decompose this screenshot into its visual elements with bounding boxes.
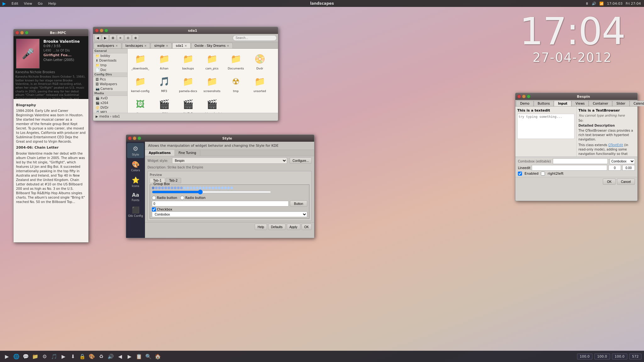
- taskbar-icon-sound[interactable]: 🔊: [106, 352, 115, 361]
- taskbar-icon-home[interactable]: 🏠: [153, 352, 162, 361]
- ok-button[interactable]: OK: [302, 224, 312, 230]
- fm-file-screenshots[interactable]: 📁 screenshots: [201, 73, 223, 94]
- bespin-cancel-button[interactable]: Cancel: [617, 178, 635, 185]
- taskbar-icon-settings[interactable]: ⚙: [40, 352, 49, 361]
- fm-tab-close-simple[interactable]: ✕: [166, 44, 168, 47]
- bespin-minimize-button[interactable]: [522, 95, 526, 98]
- fm-view-list-btn[interactable]: ≡: [117, 35, 124, 41]
- taskbar-icon-download[interactable]: ⬇: [69, 352, 77, 361]
- preview-lineinput[interactable]: [152, 201, 289, 206]
- fm-file-tmp[interactable]: ☢ tmp: [225, 73, 247, 94]
- fm-tab-wallpapers[interactable]: wallpapers ✕: [94, 43, 121, 48]
- widget-style-select[interactable]: Bespin: [172, 157, 287, 164]
- preview-button[interactable]: Button: [290, 200, 307, 207]
- fm-file-downloads[interactable]: 📁 _downloads_: [129, 50, 152, 71]
- radio2-input[interactable]: [180, 196, 184, 200]
- fm-tab-sda1[interactable]: sda1 ✕: [172, 43, 191, 48]
- minimize-button[interactable]: [20, 31, 24, 35]
- bespin-tab-demo[interactable]: Demo: [516, 101, 534, 106]
- fm-search-input[interactable]: [233, 35, 277, 41]
- style-sidebar-icons[interactable]: ⭐ Icons: [127, 174, 144, 189]
- fm-sidebar-bobby[interactable]: 📁 bobby: [93, 53, 127, 58]
- fm-file-x264[interactable]: 🎬 x264: [153, 95, 175, 113]
- fm-file-dvdr[interactable]: 📀 Dvdr: [248, 50, 271, 71]
- combo-editable-select[interactable]: Combobox: [610, 158, 635, 164]
- style-maximize-button[interactable]: [137, 136, 141, 140]
- fm-tab-close-oxide[interactable]: ✕: [227, 44, 229, 47]
- fm-file-campics[interactable]: 📁 cam_pics: [201, 50, 223, 71]
- style-sidebar-gtk[interactable]: ⬛ Gtk Config: [127, 204, 144, 219]
- fm-view-icon-btn[interactable]: ⊞: [109, 35, 116, 41]
- taskbar-icon-next[interactable]: ▶: [125, 352, 134, 361]
- media-play-icon[interactable]: ⏸: [585, 2, 589, 6]
- fm-sidebar-mp3[interactable]: 🎵 MP3: [93, 110, 127, 113]
- fm-sidebar-downloads[interactable]: ⬇ Downloads: [93, 58, 127, 63]
- defaults-button[interactable]: Defaults: [268, 224, 286, 230]
- fm-minimize-button[interactable]: [100, 29, 103, 32]
- combo-editable-input[interactable]: [553, 158, 608, 164]
- style-close-button[interactable]: [128, 136, 132, 140]
- fm-maximize-button[interactable]: [104, 29, 108, 32]
- preview-checkbox[interactable]: [152, 207, 156, 211]
- fm-file-4chan[interactable]: 📁 4chan: [153, 50, 175, 71]
- fm-sidebar-tmp[interactable]: 📁 tmp: [93, 63, 127, 68]
- help-button[interactable]: Help: [255, 224, 267, 230]
- close-button[interactable]: [15, 31, 19, 35]
- fm-forward-button[interactable]: ▶: [102, 35, 109, 41]
- fm-file-xvidworkprint[interactable]: 🎬 xvid-workprint: [201, 95, 223, 113]
- bespin-tab-views[interactable]: Views: [571, 101, 589, 106]
- bespin-tab-input[interactable]: Input: [554, 101, 571, 106]
- taskbar-icon-lock[interactable]: 🔒: [78, 352, 87, 361]
- taskbar-icon-clipboard[interactable]: 📋: [135, 352, 143, 361]
- fm-sidebar-dvdr[interactable]: 📀 DVDr: [93, 105, 127, 110]
- maximize-button[interactable]: [25, 31, 29, 35]
- style-tab-applications[interactable]: Applications: [145, 150, 175, 156]
- menu-item-view[interactable]: View: [21, 1, 35, 6]
- fm-file-wallpapers[interactable]: 🖼 wallpapers: [129, 95, 152, 113]
- taskbar-icon-launcher[interactable]: ▶: [3, 352, 11, 361]
- bespin-ok-button[interactable]: OK: [603, 178, 615, 185]
- fm-file-documents[interactable]: 📁 Documents: [225, 50, 247, 71]
- app-logo-icon[interactable]: ▶: [3, 1, 6, 6]
- fm-tab-landscapes[interactable]: landscapes ✕: [122, 43, 150, 48]
- fm-sidebar-xvid[interactable]: 🎬 XviD: [93, 96, 127, 101]
- taskbar-icon-browser[interactable]: 🌐: [12, 352, 21, 361]
- fm-file-backups[interactable]: 📁 backups: [177, 50, 199, 71]
- style-minimize-button[interactable]: [133, 136, 136, 140]
- fm-back-button[interactable]: ◀: [94, 35, 101, 41]
- fm-file-xvid2[interactable]: 🎬 XviD-2: [177, 95, 199, 113]
- preview-combobox[interactable]: Combobox: [152, 211, 307, 217]
- fm-sidebar-wallpapers[interactable]: 🖼 Wallpapers: [93, 82, 127, 86]
- qtextedit-link[interactable]: QTextEdit: [608, 143, 623, 147]
- radio1-input[interactable]: [152, 196, 156, 200]
- bespin-tab-buttons[interactable]: Buttons: [534, 101, 554, 106]
- fm-tab-close-wallpapers[interactable]: ✕: [115, 44, 118, 47]
- menu-item-edit[interactable]: Edit: [9, 1, 21, 6]
- right2left-checkbox[interactable]: [541, 172, 545, 176]
- fm-sidebar-camera[interactable]: 📷 Camera: [93, 86, 127, 91]
- spin2-input[interactable]: [622, 165, 635, 171]
- fm-file-kernelconfig[interactable]: 📁 kernel-config: [129, 73, 152, 94]
- taskbar-icon-files[interactable]: 📁: [31, 352, 40, 361]
- taskbar-icon-chat[interactable]: 💬: [21, 352, 30, 361]
- bespin-tab-container[interactable]: Container: [589, 101, 612, 106]
- menu-item-go[interactable]: Go: [35, 1, 45, 6]
- style-tab-finetuning[interactable]: Fine Tuning: [175, 150, 200, 156]
- fm-toggle-btn[interactable]: ⊙: [125, 35, 131, 41]
- fm-tab-close-landscapes[interactable]: ✕: [144, 44, 147, 47]
- spin1-input[interactable]: [608, 165, 621, 171]
- style-sidebar-style[interactable]: ⚙ Style: [127, 143, 144, 158]
- taskbar-icon-recycle[interactable]: ♻: [97, 352, 106, 361]
- fm-sidebar-x264[interactable]: 🎬 x264: [93, 101, 127, 105]
- lineedit-input[interactable]: [532, 165, 607, 171]
- fm-file-pamedocs[interactable]: 📁 pamela-docs: [177, 73, 199, 94]
- style-sidebar-fonts[interactable]: Aa Fonts: [127, 190, 144, 204]
- taskbar-icon-paint[interactable]: 🎨: [87, 352, 96, 361]
- fm-sidebar-doc[interactable]: 📄 Doc: [93, 68, 127, 72]
- taskbar-icon-prev[interactable]: ◀: [116, 352, 125, 361]
- fm-file-unsorted[interactable]: 📁 unsorted: [248, 73, 271, 94]
- fm-sidebar-pics[interactable]: 🖼 Pics: [93, 77, 127, 82]
- fm-add-btn[interactable]: ⊕: [132, 35, 139, 41]
- configure-button[interactable]: Configure...: [290, 157, 312, 164]
- taskbar-icon-music[interactable]: 🎵: [50, 352, 58, 361]
